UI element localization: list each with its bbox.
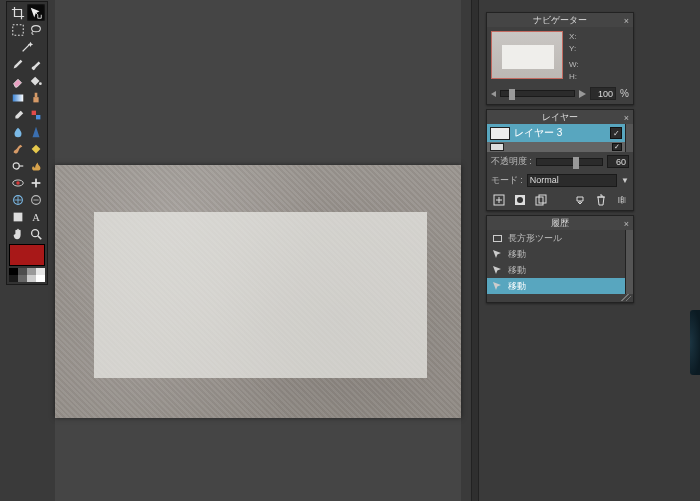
swatch[interactable]: [36, 268, 45, 275]
visibility-toggle[interactable]: ✓: [610, 127, 622, 139]
canvas-viewport[interactable]: [55, 0, 461, 501]
navigator-thumbnail[interactable]: [491, 31, 563, 79]
svg-rect-2: [13, 94, 24, 101]
replace-color-tool[interactable]: [27, 106, 45, 123]
zoom-input[interactable]: [590, 87, 616, 100]
opacity-input[interactable]: [607, 155, 629, 168]
swatch[interactable]: [9, 268, 18, 275]
sharpen-tool[interactable]: [27, 123, 45, 140]
navigator-title: ナビゲーター ×: [487, 13, 633, 27]
tool-panel: A: [6, 1, 48, 285]
canvas-document[interactable]: [55, 165, 461, 418]
lasso-tool[interactable]: [27, 21, 45, 38]
history-item[interactable]: 移動: [487, 246, 625, 262]
chevron-down-icon[interactable]: ▼: [621, 176, 629, 185]
visibility-toggle[interactable]: ✓: [612, 143, 622, 151]
svg-rect-3: [33, 97, 38, 102]
burn-tool[interactable]: [27, 157, 45, 174]
layers-title: レイヤー ×: [487, 110, 633, 124]
shape-tool[interactable]: [9, 208, 27, 225]
layer-row[interactable]: ✓: [487, 142, 625, 152]
delete-layer-button[interactable]: [593, 193, 608, 207]
pencil-tool[interactable]: [9, 55, 27, 72]
blendmode-select[interactable]: Normal: [527, 174, 617, 187]
nav-w-label: W:: [569, 59, 579, 71]
move-icon: [492, 249, 503, 260]
type-tool[interactable]: A: [27, 208, 45, 225]
navigator-info: X: Y: W: H:: [569, 31, 579, 83]
wand-tool[interactable]: [9, 38, 45, 55]
panel-divider[interactable]: [471, 0, 479, 501]
zoom-tool[interactable]: [27, 225, 45, 242]
blendmode-value: Normal: [530, 175, 559, 185]
redeye-tool[interactable]: [9, 174, 27, 191]
move-tool[interactable]: [27, 4, 45, 21]
foreground-color[interactable]: [9, 244, 45, 266]
svg-rect-6: [36, 115, 40, 119]
layer-row[interactable]: レイヤー 3 ✓: [487, 124, 625, 142]
zoom-out-icon[interactable]: [491, 91, 496, 97]
history-item-label: 移動: [508, 248, 526, 261]
clone-tool[interactable]: [27, 89, 45, 106]
swatch[interactable]: [18, 275, 27, 282]
svg-point-9: [16, 181, 20, 185]
history-panel: 履歴 × 長方形ツール移動移動移動: [486, 215, 634, 303]
close-icon[interactable]: ×: [624, 14, 629, 28]
crop-tool[interactable]: [9, 4, 27, 21]
dodge-tool[interactable]: [9, 157, 27, 174]
svg-rect-22: [494, 235, 502, 241]
svg-rect-14: [14, 212, 23, 221]
brush-tool[interactable]: [27, 55, 45, 72]
panel-resize-handle[interactable]: [487, 294, 633, 302]
history-item-label: 長方形ツール: [508, 232, 562, 245]
history-title: 履歴 ×: [487, 216, 633, 230]
layer-thumbnail[interactable]: [490, 127, 510, 140]
svg-text:A: A: [32, 211, 40, 222]
history-title-text: 履歴: [551, 218, 569, 228]
sponge-tool[interactable]: [27, 140, 45, 157]
bloat-tool[interactable]: [9, 191, 27, 208]
smudge-tool[interactable]: [9, 140, 27, 157]
pinch-tool[interactable]: [27, 191, 45, 208]
duplicate-layer-button[interactable]: [533, 193, 548, 207]
history-item[interactable]: 長方形ツール: [487, 230, 625, 246]
close-icon[interactable]: ×: [624, 111, 629, 125]
opacity-label: 不透明度 :: [491, 156, 532, 168]
swatch[interactable]: [27, 268, 36, 275]
blur-tool[interactable]: [9, 123, 27, 140]
marquee-tool[interactable]: [9, 21, 27, 38]
docked-panel-sliver[interactable]: [690, 310, 700, 375]
hand-tool[interactable]: [9, 225, 27, 242]
layer-thumbnail[interactable]: [490, 143, 504, 151]
zoom-suffix: %: [620, 88, 629, 99]
eraser-tool[interactable]: [9, 72, 27, 89]
flatten-button[interactable]: [614, 193, 629, 207]
gradient-tool[interactable]: [9, 89, 27, 106]
canvas-shape-rect[interactable]: [94, 212, 427, 378]
layers-title-text: レイヤー: [542, 112, 578, 122]
eyedropper-tool[interactable]: [9, 106, 27, 123]
nav-x-label: X:: [569, 31, 579, 43]
zoom-in-icon[interactable]: [579, 90, 586, 98]
history-item-label: 移動: [508, 280, 526, 293]
opacity-slider[interactable]: [536, 158, 603, 166]
swatch[interactable]: [27, 275, 36, 282]
swatch[interactable]: [9, 275, 18, 282]
bucket-tool[interactable]: [27, 72, 45, 89]
close-icon[interactable]: ×: [624, 217, 629, 231]
history-item[interactable]: 移動: [487, 262, 625, 278]
svg-rect-5: [32, 110, 36, 114]
merge-down-button[interactable]: [572, 193, 587, 207]
new-layer-button[interactable]: [491, 193, 506, 207]
swatch[interactable]: [36, 275, 45, 282]
layer-name: レイヤー 3: [514, 126, 606, 140]
rectangle-icon: [492, 233, 503, 244]
history-item[interactable]: 移動: [487, 278, 625, 294]
nav-h-label: H:: [569, 71, 579, 83]
spot-heal-tool[interactable]: [27, 174, 45, 191]
add-mask-button[interactable]: [512, 193, 527, 207]
zoom-slider[interactable]: [500, 90, 575, 97]
swatch[interactable]: [18, 268, 27, 275]
history-scrollbar[interactable]: [625, 230, 633, 294]
layers-scrollbar[interactable]: [625, 124, 633, 152]
